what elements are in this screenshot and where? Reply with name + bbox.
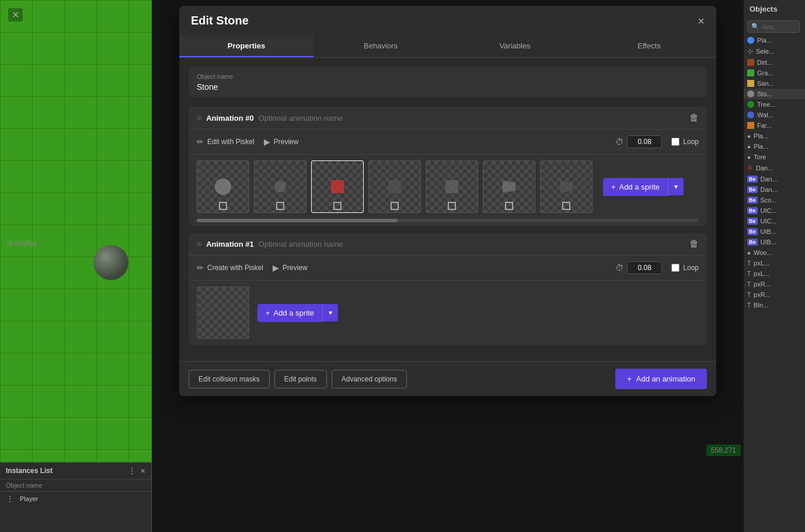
obj-item-dan3[interactable]: Be Dan... bbox=[744, 184, 805, 195]
play-icon-1: ▶ bbox=[273, 263, 279, 272]
obj-item-dan1[interactable]: ✕ Dan... bbox=[744, 162, 805, 174]
tab-variables[interactable]: Variables bbox=[448, 36, 582, 57]
obj-item-sand[interactable]: San... bbox=[744, 78, 805, 89]
obj-label: Sco... bbox=[761, 197, 777, 204]
sprite-icon-0-5 bbox=[503, 180, 515, 193]
frame-selector-0-2[interactable] bbox=[333, 202, 341, 210]
sprite-icon-0-6 bbox=[560, 180, 573, 193]
speed-input-0[interactable] bbox=[627, 135, 662, 148]
obj-item-select[interactable]: ⊹ Sele... bbox=[744, 46, 805, 57]
frame-selector-0-6[interactable] bbox=[562, 202, 570, 210]
preview-button-1[interactable]: ▶ Preview bbox=[273, 263, 308, 272]
speed-control-1: ⏱ bbox=[615, 261, 662, 274]
anim-0-label: Animation #0 bbox=[206, 114, 254, 123]
obj-item-uic2[interactable]: Be UIC... bbox=[744, 216, 805, 226]
edit-collision-masks-button[interactable]: Edit collision masks bbox=[189, 370, 270, 388]
obj-item-grass[interactable]: Gra... bbox=[744, 68, 805, 78]
add-sprite-label-0: Add a sprite bbox=[619, 183, 660, 191]
obj-item-dan2[interactable]: Be Dan... bbox=[744, 174, 805, 184]
object-name-value[interactable]: Stone bbox=[197, 82, 699, 92]
loop-checkbox-1[interactable] bbox=[671, 264, 679, 272]
frame-selector-0-0[interactable] bbox=[219, 202, 227, 210]
frame-selector-0-4[interactable] bbox=[448, 202, 456, 210]
anim-1-drag-handle[interactable]: ≡ bbox=[197, 239, 201, 249]
speed-input-1[interactable] bbox=[627, 261, 662, 274]
obj-item-dirt[interactable]: Dirt... bbox=[744, 57, 805, 68]
obj-item-pxl1[interactable]: T pxL... bbox=[744, 258, 805, 268]
sprite-scrollbar-0[interactable] bbox=[197, 219, 699, 222]
add-animation-label: Add an animation bbox=[636, 374, 695, 383]
obj-icon-tree bbox=[747, 101, 754, 108]
loop-checkbox-0[interactable] bbox=[671, 138, 679, 146]
sprite-icon-0-3 bbox=[388, 180, 401, 193]
obj-label: Pla... bbox=[754, 143, 768, 150]
add-animation-button[interactable]: + Add an animation bbox=[615, 369, 707, 389]
sprite-frame-0-4[interactable] bbox=[426, 160, 478, 213]
tab-effects[interactable]: Effects bbox=[582, 36, 716, 57]
obj-item-tore[interactable]: ● Tore bbox=[744, 152, 805, 162]
tab-behaviors[interactable]: Behaviors bbox=[313, 36, 448, 57]
anim-1-name-input[interactable] bbox=[259, 240, 685, 249]
anim-1-delete-button[interactable]: 🗑 bbox=[689, 239, 699, 249]
tab-properties[interactable]: Properties bbox=[179, 36, 313, 57]
obj-item-pxl2[interactable]: T pxL... bbox=[744, 268, 805, 279]
obj-item-uib2[interactable]: Be UIB... bbox=[744, 237, 805, 247]
obj-item-play2[interactable]: ● Pla... bbox=[744, 141, 805, 152]
anim-0-name-input[interactable] bbox=[259, 114, 685, 123]
speed-control-0: ⏱ bbox=[615, 135, 662, 148]
obj-item-woo[interactable]: ● Woo... bbox=[744, 247, 805, 258]
sprite-frame-0-5[interactable] bbox=[483, 160, 535, 213]
sprite-frame-0-2[interactable] bbox=[311, 160, 364, 213]
edit-with-piskel-button[interactable]: ✏ Edit with Piskel bbox=[197, 137, 255, 146]
obj-item-bln[interactable]: T Bln... bbox=[744, 300, 805, 310]
animation-1-section: ≡ Animation #1 🗑 ✏ Create with Piskel ▶ … bbox=[189, 233, 707, 345]
sprite-frame-0-0[interactable] bbox=[197, 160, 249, 213]
obj-item-player[interactable]: Pla... bbox=[744, 35, 805, 46]
instances-close-button[interactable]: × bbox=[141, 466, 145, 475]
obj-item-farm[interactable]: Far... bbox=[744, 120, 805, 131]
add-sprite-button-0[interactable]: + Add a sprite bbox=[603, 178, 668, 196]
obj-item-stone[interactable]: Sto... bbox=[744, 89, 805, 99]
be-badge-sco: Be bbox=[747, 197, 758, 204]
animation-1-header: ≡ Animation #1 🗑 bbox=[189, 233, 707, 256]
plus-icon-0: + bbox=[611, 183, 616, 191]
preview-label-0: Preview bbox=[274, 138, 299, 146]
anim-0-drag-handle[interactable]: ≡ bbox=[197, 113, 201, 123]
obj-item-uib1[interactable]: Be UIB... bbox=[744, 226, 805, 237]
instances-row-menu[interactable]: ⋮ bbox=[6, 494, 14, 503]
sprite-frame-0-6[interactable] bbox=[540, 160, 593, 213]
modal-body: Object name Stone ≡ Animation #0 🗑 ✏ Edi… bbox=[179, 58, 716, 361]
add-sprite-dropdown-1[interactable]: ▾ bbox=[322, 304, 338, 321]
frame-selector-0-5[interactable] bbox=[505, 202, 513, 210]
obj-label: pxL... bbox=[754, 260, 769, 267]
advanced-options-button[interactable]: Advanced options bbox=[332, 370, 407, 388]
obj-label: Gra... bbox=[757, 69, 773, 76]
animation-0-section: ≡ Animation #0 🗑 ✏ Edit with Piskel ▶ Pr… bbox=[189, 107, 707, 226]
frame-selector-0-3[interactable] bbox=[391, 202, 399, 210]
obj-item-pxr1[interactable]: T pxR... bbox=[744, 279, 805, 289]
obj-item-play1[interactable]: ● Pla... bbox=[744, 131, 805, 141]
instances-row[interactable]: ⋮ Player bbox=[0, 492, 151, 506]
preview-button-0[interactable]: ▶ Preview bbox=[264, 137, 299, 146]
sprite-frame-0-3[interactable] bbox=[368, 160, 421, 213]
frame-selector-0-1[interactable] bbox=[276, 202, 284, 210]
obj-item-uic1[interactable]: Be UIC... bbox=[744, 205, 805, 216]
obj-item-water[interactable]: Wat... bbox=[744, 110, 805, 120]
create-with-piskel-button[interactable]: ✏ Create with Piskel bbox=[197, 263, 263, 272]
obj-item-pxr2[interactable]: T pxR... bbox=[744, 289, 805, 300]
add-sprite-button-1[interactable]: + Add a sprite bbox=[257, 304, 322, 322]
anim-0-delete-button[interactable]: 🗑 bbox=[689, 113, 699, 123]
obj-item-sco[interactable]: Be Sco... bbox=[744, 195, 805, 205]
add-sprite-dropdown-0[interactable]: ▾ bbox=[668, 178, 684, 195]
objects-search-bar[interactable]: 🔍 Sea... bbox=[747, 20, 800, 33]
modal-close-button[interactable]: × bbox=[698, 15, 705, 27]
footer-left-buttons: Edit collision masks Edit points Advance… bbox=[189, 370, 407, 388]
instances-menu-button[interactable]: ⋮ bbox=[128, 466, 136, 475]
obj-item-tree[interactable]: Tree... bbox=[744, 99, 805, 110]
preview-label-1: Preview bbox=[283, 264, 308, 272]
sprite-frame-1-0[interactable] bbox=[197, 286, 249, 339]
sprite-frame-0-1[interactable] bbox=[254, 160, 306, 213]
obj-label: UIC... bbox=[761, 218, 777, 225]
edit-points-button[interactable]: Edit points bbox=[274, 370, 327, 388]
viewport-close-button[interactable]: ✕ bbox=[8, 8, 23, 22]
